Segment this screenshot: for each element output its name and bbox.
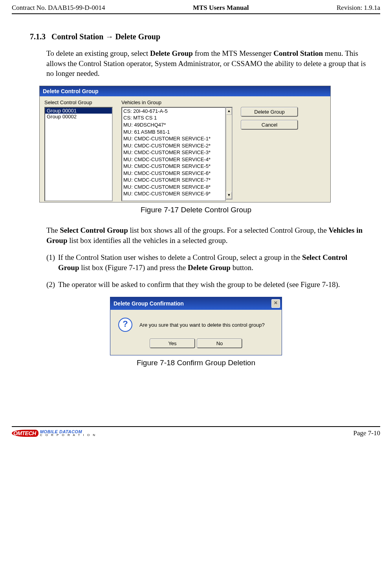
description-paragraph: The Select Control Group list box shows … — [46, 225, 368, 245]
list-item[interactable]: MU: CMDC-CUSTOMER SERVICE-9* — [122, 190, 225, 197]
section-number: 7.1.3 — [30, 32, 46, 41]
delete-control-group-dialog: Delete Control Group Select Control Grou… — [39, 86, 331, 202]
numbered-steps: (1) If the Control Station user wishes t… — [46, 252, 368, 290]
section-heading: 7.1.3 Control Station → Delete Group — [30, 32, 380, 41]
label-select-control-group: Select Control Group — [44, 99, 113, 105]
contract-number: Contract No. DAAB15-99-D-0014 — [12, 4, 105, 12]
step-2: (2) The operator will be asked to confir… — [46, 280, 368, 290]
cancel-button[interactable]: Cancel — [241, 120, 298, 129]
logo-corp: C O R P O R A T I O N — [40, 434, 96, 436]
intro-paragraph: To delete an existing group, select Dele… — [46, 48, 368, 79]
step-1: (1) If the Control Station user wishes t… — [46, 252, 368, 272]
list-item[interactable]: MU: CMDC-CUSTOMER SERVICE-2* — [122, 142, 225, 149]
delete-group-confirmation-dialog: Delete Group Confirmation × ? Are you su… — [110, 297, 282, 355]
list-item[interactable]: MU: CMDC-CUSTOMER SERVICE-5* — [122, 163, 225, 170]
page-footer: OMTECH MOBILE DATACOM C O R P O R A T I … — [12, 426, 380, 437]
delete-group-button[interactable]: Delete Group — [241, 107, 298, 116]
dialog-titlebar: Delete Group Confirmation × — [110, 297, 282, 310]
no-button[interactable]: No — [197, 339, 242, 348]
revision: Revision: 1.9.1a — [337, 4, 380, 12]
list-item[interactable]: MU: CMDC-CUSTOMER SERVICE-1* — [122, 135, 225, 142]
list-item[interactable]: CS: MTS CS 1 — [122, 114, 225, 121]
scroll-up-icon[interactable]: ▲ — [226, 108, 232, 115]
section-title-prefix: Control Station — [51, 32, 105, 41]
dialog-titlebar: Delete Control Group — [40, 86, 330, 96]
list-item[interactable]: MU: CMDC-CUSTOMER SERVICE-3* — [122, 149, 225, 156]
scrollbar[interactable]: ▲ ▼ — [226, 107, 233, 200]
figure-7-17-caption: Figure 7-17 Delete Control Group — [12, 206, 380, 214]
step-number: (2) — [46, 280, 58, 290]
step-number: (1) — [46, 252, 58, 272]
list-item[interactable]: MU: 61 ASMB 581-1 — [122, 129, 225, 136]
section-title-suffix: Delete Group — [113, 32, 160, 41]
list-item[interactable]: CS: 20I-40-671-A-5 — [122, 108, 225, 115]
list-item[interactable]: MU: CMDC-CUSTOMER SERVICE-8* — [122, 184, 225, 191]
logo-wordmark: OMTECH — [12, 430, 38, 437]
list-item[interactable]: MU: 49DSCHQ47* — [122, 121, 225, 129]
label-vehicles-in-group: Vehicles in Group — [121, 99, 233, 105]
list-item[interactable]: Group 00002 — [45, 114, 112, 120]
close-icon[interactable]: × — [271, 299, 280, 308]
list-item[interactable]: Group 00001 — [45, 108, 112, 114]
comtech-logo: OMTECH MOBILE DATACOM C O R P O R A T I … — [12, 430, 96, 437]
dialog-title: Delete Group Confirmation — [114, 300, 184, 307]
yes-button[interactable]: Yes — [150, 339, 195, 348]
question-icon: ? — [118, 318, 132, 332]
figure-7-18-caption: Figure 7-18 Confirm Group Deletion — [12, 359, 380, 367]
page-header: Contract No. DAAB15-99-D-0014 MTS Users … — [12, 4, 380, 14]
list-item[interactable]: MU: CMDC-CUSTOMER SERVICE-4* — [122, 156, 225, 163]
confirmation-message: Are you sure that you want to delete thi… — [139, 322, 265, 328]
list-item[interactable]: MU: CMDC-CUSTOMER SERVICE-6* — [122, 170, 225, 177]
page-number: Page 7-10 — [354, 429, 380, 437]
vehicles-listbox[interactable]: CS: 20I-40-671-A-5 CS: MTS CS 1 MU: 49DS… — [121, 107, 226, 201]
control-group-listbox[interactable]: Group 00001 Group 00002 — [44, 107, 113, 201]
list-item[interactable]: MU: CMDC-CUSTOMER SERVICE-7* — [122, 177, 225, 184]
arrow-icon: → — [105, 32, 113, 41]
doc-title: MTS Users Manual — [193, 4, 249, 12]
scroll-down-icon[interactable]: ▼ — [226, 192, 232, 199]
